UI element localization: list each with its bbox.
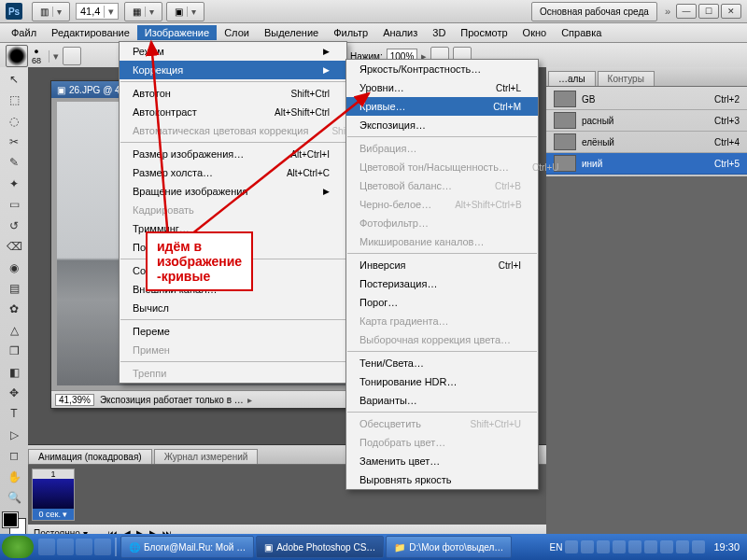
frame-time-label[interactable]: 0 сек. ▾ — [33, 509, 74, 520]
measurement-log-tab[interactable]: Журнал измерений — [154, 449, 259, 464]
menu-item[interactable]: Тени/Света… — [346, 354, 538, 372]
taskbar-task[interactable]: ▣ Adobe Photoshop CS… — [256, 536, 384, 558]
taskbar-task[interactable]: 🌐 Блоги@Mail.Ru: Мой … — [120, 536, 254, 558]
menu-item[interactable]: Коррекция▶ — [120, 61, 346, 79]
taskbar-clock[interactable]: 19:30 — [713, 541, 740, 553]
menu-item[interactable]: Порог… — [346, 293, 538, 312]
channel-row[interactable]: расныйCtrl+3 — [546, 110, 747, 132]
workspace-switcher[interactable]: Основная рабочая среда — [531, 2, 657, 21]
tray-icon[interactable] — [660, 540, 673, 553]
tool-button[interactable]: ✥ — [3, 383, 25, 402]
tool-button[interactable]: ◉ — [3, 258, 25, 277]
menu-item[interactable]: Вращение изображения▶ — [120, 182, 346, 201]
expand-icon[interactable]: » — [665, 6, 670, 17]
brush-panel-icon[interactable] — [63, 47, 81, 65]
menu-item[interactable]: Кривые…Ctrl+M — [346, 97, 538, 116]
menu-item[interactable]: Переме — [120, 322, 346, 341]
minimize-button[interactable]: — — [676, 4, 697, 19]
channel-row[interactable]: GBCtrl+2 — [546, 89, 747, 110]
tool-button[interactable]: △ — [3, 320, 25, 340]
menu-фильтр[interactable]: Фильтр — [326, 25, 375, 40]
screen-mode-dropdown[interactable]: ▣▾ — [166, 2, 204, 21]
menu-окно[interactable]: Окно — [515, 25, 555, 40]
menu-item[interactable]: Яркость/Контрастность… — [346, 60, 538, 78]
menu-редактирование[interactable]: Редактирование — [44, 25, 137, 40]
menu-item[interactable]: АвтоконтрастAlt+Shift+Ctrl — [120, 103, 346, 121]
menu-выделение[interactable]: Выделение — [257, 25, 326, 40]
tool-button[interactable]: ◌ — [3, 111, 25, 131]
correction-submenu[interactable]: Яркость/Контрастность…Уровни…Ctrl+LКривы… — [345, 59, 539, 490]
image-menu[interactable]: Режим▶Коррекция▶АвтотонShift+CtrlАвтокон… — [119, 41, 347, 384]
recent-dropdown[interactable]: ▥▾ — [32, 2, 70, 21]
tool-button[interactable]: T — [3, 404, 25, 424]
arrange-dropdown[interactable]: ▦▾ — [124, 2, 162, 21]
menu-item[interactable]: Выровнять яркость — [346, 470, 538, 489]
tool-button[interactable]: ◧ — [3, 362, 25, 382]
menu-item[interactable]: ИнверсияCtrl+I — [346, 256, 538, 274]
tray-icon[interactable] — [597, 540, 610, 553]
tray-icon[interactable] — [565, 540, 578, 553]
quick-launch-icon[interactable] — [76, 539, 92, 555]
animation-tab[interactable]: Анимация (покадровая) — [28, 449, 152, 464]
menu-item[interactable]: Экспозиция… — [346, 116, 538, 134]
menu-item[interactable]: Вычисл — [120, 299, 346, 317]
status-zoom[interactable]: 41,39% — [55, 394, 94, 406]
menu-item[interactable]: Уровни…Ctrl+L — [346, 78, 538, 97]
tool-button[interactable]: ↺ — [3, 216, 25, 235]
panel-tab-paths[interactable]: Контуры — [598, 71, 655, 86]
menu-изображение[interactable]: Изображение — [137, 25, 217, 40]
menu-слои[interactable]: Слои — [217, 25, 257, 40]
tray-icon[interactable] — [676, 540, 689, 553]
tool-button[interactable]: 🔍 — [3, 487, 25, 507]
animation-frame[interactable]: 1 0 сек. ▾ — [32, 469, 75, 521]
close-button[interactable]: ✕ — [721, 4, 741, 19]
color-swatches[interactable] — [3, 512, 25, 534]
maximize-button[interactable]: ☐ — [698, 4, 719, 19]
start-button[interactable] — [2, 536, 34, 558]
tool-button[interactable]: ✎ — [3, 153, 25, 173]
menu-item[interactable]: Режим▶ — [120, 42, 346, 61]
menu-справка[interactable]: Справка — [554, 25, 609, 40]
channel-row[interactable]: елёныйCtrl+4 — [546, 132, 747, 153]
tool-button[interactable]: ▭ — [3, 195, 25, 215]
menu-файл[interactable]: Файл — [4, 25, 44, 40]
tool-button[interactable]: ✿ — [3, 300, 25, 319]
tool-button[interactable]: ▷ — [3, 425, 25, 444]
tool-button[interactable]: ⌫ — [3, 236, 25, 256]
panel-tabs[interactable]: …алы Контуры — [546, 67, 747, 87]
tool-button[interactable]: ✋ — [3, 467, 25, 486]
tool-button[interactable]: ⬚ — [3, 90, 25, 109]
menu-item[interactable]: Заменить цвет… — [346, 452, 538, 470]
menu-просмотр[interactable]: Просмотр — [453, 25, 514, 40]
tray-icon[interactable] — [692, 540, 705, 553]
tool-button[interactable]: ▤ — [3, 278, 25, 298]
tray-icon[interactable] — [644, 540, 657, 553]
brush-dropdown-icon[interactable]: ▾ — [49, 50, 59, 63]
tray-icon[interactable] — [613, 540, 626, 553]
tray-icon[interactable] — [628, 540, 641, 553]
tool-button[interactable]: ❐ — [3, 341, 25, 360]
tool-button[interactable]: ✦ — [3, 174, 25, 193]
menu-item[interactable]: Тонирование HDR… — [346, 372, 538, 391]
menu-анализ[interactable]: Анализ — [375, 25, 425, 40]
menu-item[interactable]: Варианты… — [346, 391, 538, 410]
status-arrow-icon[interactable]: ▸ — [247, 395, 252, 405]
menu-item[interactable]: Постеризация… — [346, 274, 538, 293]
channel-row[interactable]: инийCtrl+5 — [546, 153, 747, 175]
tool-button[interactable]: ✂ — [3, 132, 25, 151]
quick-launch-icon[interactable] — [57, 539, 74, 555]
tool-button[interactable]: ↖ — [3, 69, 25, 89]
menu-item[interactable]: АвтотонShift+Ctrl — [120, 84, 346, 103]
language-indicator[interactable]: EN — [550, 542, 563, 553]
quick-launch-icon[interactable] — [94, 539, 111, 555]
taskbar-task[interactable]: 📁 D:\Мои фото\выдел… — [386, 536, 512, 558]
menu-item[interactable]: Размер изображения…Alt+Ctrl+I — [120, 145, 346, 163]
tray-icon[interactable] — [581, 540, 594, 553]
quick-launch-icon[interactable] — [38, 539, 55, 555]
panel-tab-channels[interactable]: …алы — [548, 71, 596, 86]
brush-preview-icon[interactable] — [6, 45, 28, 67]
menu-item[interactable]: Размер холста…Alt+Ctrl+C — [120, 163, 346, 182]
zoom-field[interactable]: 41,4▾ — [76, 3, 119, 20]
menu-3d[interactable]: 3D — [425, 25, 453, 40]
tool-button[interactable]: ◻ — [3, 446, 25, 466]
